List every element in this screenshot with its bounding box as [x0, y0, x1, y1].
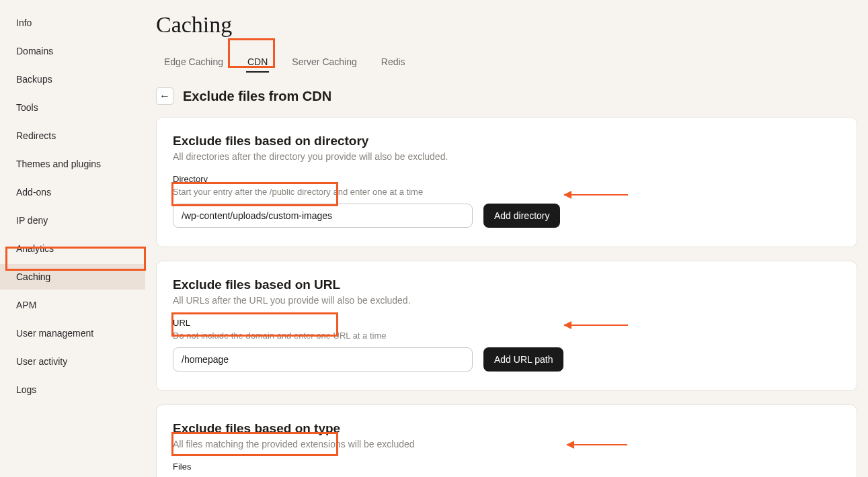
directory-field-hint: Start your entry after the /public direc… [173, 187, 840, 197]
tab-cdn[interactable]: CDN [245, 51, 270, 73]
exclude-directory-desc: All directories after the directory you … [173, 151, 840, 162]
exclude-directory-card: Exclude files based on directory All dir… [156, 117, 857, 247]
subheader: ← Exclude files from CDN [156, 87, 857, 105]
tab-redis[interactable]: Redis [379, 51, 408, 73]
sidebar-item-themes-plugins[interactable]: Themes and plugins [0, 151, 145, 177]
sidebar-item-redirects[interactable]: Redirects [0, 123, 145, 148]
url-field-label: URL [173, 318, 840, 328]
main-content: Caching Edge Caching CDN Server Caching … [145, 0, 868, 477]
sidebar: Info Domains Backups Tools Redirects The… [0, 0, 145, 477]
annotation-arrow-add-directory [564, 194, 628, 196]
directory-input[interactable] [173, 204, 473, 228]
exclude-type-desc: All files matching the provided extensio… [173, 439, 840, 449]
sidebar-item-ip-deny[interactable]: IP deny [0, 208, 145, 233]
tabs: Edge Caching CDN Server Caching Redis [156, 51, 857, 73]
exclude-type-card: Exclude files based on type All files ma… [156, 404, 857, 477]
sidebar-item-logs[interactable]: Logs [0, 377, 145, 402]
sidebar-item-tools[interactable]: Tools [0, 95, 145, 120]
add-directory-button[interactable]: Add directory [483, 204, 560, 228]
back-button[interactable]: ← [156, 87, 173, 105]
add-url-button[interactable]: Add URL path [483, 347, 563, 372]
sidebar-item-caching[interactable]: Caching [0, 264, 145, 290]
exclude-directory-title: Exclude files based on directory [173, 134, 840, 148]
url-input[interactable] [173, 347, 473, 372]
annotation-arrow-add-url [564, 324, 628, 326]
files-field-label: Files [173, 462, 840, 472]
exclude-url-desc: All URLs after the URL you provide will … [173, 295, 840, 306]
sidebar-item-add-ons[interactable]: Add-ons [0, 179, 145, 205]
sidebar-item-apm[interactable]: APM [0, 292, 145, 318]
tab-server-caching[interactable]: Server Caching [289, 51, 360, 73]
exclude-url-card: Exclude files based on URL All URLs afte… [156, 261, 857, 391]
sidebar-item-user-management[interactable]: User management [0, 320, 145, 346]
exclude-type-title: Exclude files based on type [173, 421, 840, 436]
subheader-title: Exclude files from CDN [183, 89, 331, 104]
exclude-url-title: Exclude files based on URL [173, 277, 840, 292]
sidebar-item-backups[interactable]: Backups [0, 67, 145, 92]
url-field-hint: Do not include the domain and enter one … [173, 331, 840, 341]
sidebar-item-user-activity[interactable]: User activity [0, 349, 145, 374]
tab-edge-caching[interactable]: Edge Caching [161, 51, 226, 73]
arrow-left-icon: ← [159, 90, 170, 102]
annotation-arrow-add-extension [567, 444, 627, 445]
directory-field-label: Directory [173, 174, 840, 184]
page-title: Caching [156, 12, 857, 38]
sidebar-item-domains[interactable]: Domains [0, 38, 145, 64]
sidebar-item-analytics[interactable]: Analytics [0, 236, 145, 261]
sidebar-item-info[interactable]: Info [0, 10, 145, 36]
